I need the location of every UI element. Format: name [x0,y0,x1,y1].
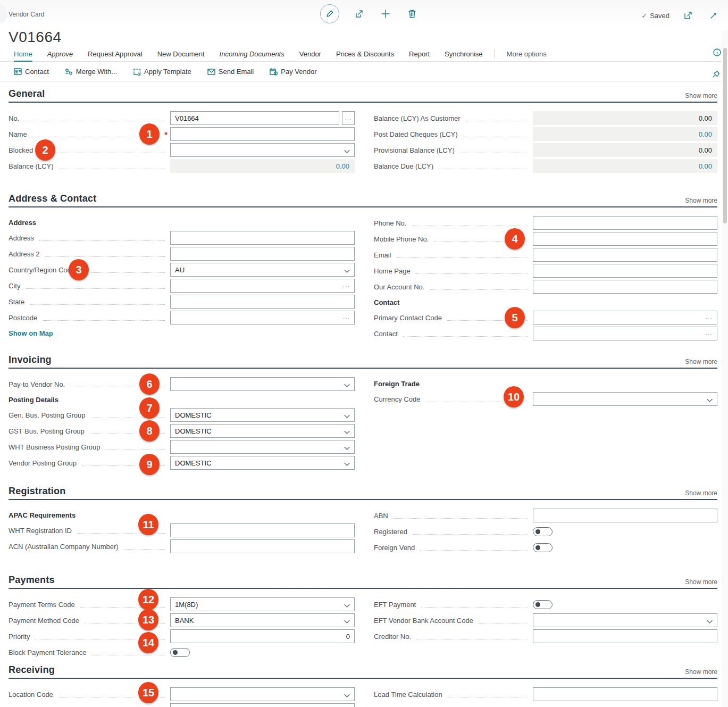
currency-code-select[interactable] [533,392,717,406]
wht-bus-posting-select[interactable] [170,440,355,454]
share-button[interactable] [352,7,366,21]
action-label: Merge With... [76,68,117,76]
post-dated-cheques-value[interactable]: 0.00 [533,127,717,141]
tab-home[interactable]: Home [14,50,32,58]
gen-bus-posting-select[interactable]: DOMESTIC [170,408,355,422]
address2-input[interactable] [170,247,355,261]
section-payments: Payments Show more 12 Payment Terms Code… [9,575,717,660]
abn-input[interactable] [533,509,717,522]
show-more-link[interactable]: Show more [685,358,717,365]
phone-input[interactable] [533,216,717,230]
group-address: Address [9,215,355,230]
back-button-partial [0,3,7,24]
section-divider [9,102,717,103]
postcode-input[interactable] [170,311,355,325]
delete-button[interactable] [405,7,419,21]
address-input[interactable] [170,231,355,245]
balance-lcy-value[interactable]: 0.00 [170,159,355,173]
acn-input[interactable] [170,539,355,553]
state-input[interactable] [170,295,355,309]
pin-button[interactable] [709,67,723,81]
our-account-input[interactable] [533,280,717,294]
foreign-vend-toggle[interactable] [533,543,553,552]
gst-bus-posting-select[interactable]: DOMESTIC [170,424,355,438]
priority-input[interactable]: 0 [170,629,355,643]
location-code-select[interactable] [170,687,355,701]
show-more-link[interactable]: Show more [685,489,717,497]
annotation-6: 6 [139,373,160,395]
postcode-assist-button[interactable]: ... [343,313,350,321]
tab-incoming-documents[interactable]: Incoming Documents [220,50,284,58]
action-pay-vendor[interactable]: Pay Vendor [270,68,316,76]
popout-icon [684,11,692,20]
action-contact[interactable]: Contact [14,68,49,76]
pay-to-vendor-select[interactable] [170,377,355,391]
vendor-posting-select[interactable]: DOMESTIC [170,456,355,470]
block-payment-tolerance-toggle[interactable] [170,648,190,657]
action-merge-with[interactable]: Merge With... [65,68,117,76]
no-assist-button[interactable]: ... [342,111,355,125]
show-on-map-link[interactable]: Show on Map [9,329,53,337]
contact-assist-button[interactable]: ... [706,329,713,337]
show-more-link[interactable]: Show more [685,92,717,99]
action-apply-template[interactable]: Apply Template [133,68,191,76]
save-status: ✓ Saved [641,12,670,20]
registered-toggle[interactable] [533,527,553,536]
no-input[interactable]: V01664 [170,111,339,125]
tab-request-approval[interactable]: Request Approval [88,50,143,58]
annotation-10: 10 [504,386,524,407]
dotted-leader [397,257,528,258]
lead-time-input[interactable] [533,687,717,701]
contact-input[interactable] [533,327,717,340]
tab-new-document[interactable]: New Document [157,50,205,58]
new-record-button[interactable] [379,7,392,21]
open-in-new-window-button[interactable] [681,9,695,22]
tab-prices-discounts[interactable]: Prices & Discounts [336,50,394,58]
show-more-link[interactable]: Show more [685,668,717,676]
mobile-input[interactable] [533,232,717,246]
name-input[interactable] [170,127,355,141]
tab-synchronise[interactable]: Synchronise [445,50,483,58]
field-label: Pay-to Vendor No. [9,380,65,388]
record-title: V01664 [9,29,728,49]
show-more-link[interactable]: Show more [685,197,717,204]
field-label: EFT Payment [374,601,416,609]
action-send-email[interactable]: Send Email [207,68,254,76]
payment-method-select[interactable]: BANK [170,613,355,627]
annotation-2: 2 [35,139,55,161]
creditor-no-input[interactable] [533,629,717,643]
city-assist-button[interactable]: ... [343,281,350,289]
field-row-balance-as-customer: Balance (LCY) As Customer 0.00 [374,110,717,126]
top-bar: Vendor Card [0,0,728,28]
shipment-method-select[interactable] [170,703,355,707]
payment-terms-select[interactable]: 1M(8D) [170,597,355,611]
balance-due-value[interactable]: 0.00 [533,159,717,173]
toggle-knob [535,529,540,534]
field-label: WHT Registration ID [9,527,72,535]
primary-contact-assist-button[interactable]: ... [706,313,713,321]
home-page-input[interactable] [533,264,717,278]
tab-more-options[interactable]: More options [507,50,547,58]
tab-vendor[interactable]: Vendor [299,50,321,58]
wht-registration-id-input[interactable] [170,523,355,537]
section-title: Registration [9,486,65,497]
tab-report[interactable]: Report [409,50,430,58]
collapse-button[interactable] [707,9,721,22]
edit-button[interactable] [320,4,339,23]
email-input[interactable] [533,248,717,262]
eft-vendor-bank-select[interactable] [533,613,717,627]
scrollbar-thumb[interactable] [723,48,727,223]
primary-contact-input[interactable] [533,311,717,325]
city-input[interactable] [170,279,355,293]
tab-approve[interactable]: Approve [47,50,73,58]
country-select[interactable]: AU [170,263,355,277]
eft-payment-toggle[interactable] [533,600,553,609]
blocked-select[interactable] [170,143,355,157]
field-row-payment-terms: 12 Payment Terms Code 1M(8D) [9,596,355,612]
field-label: Phone No. [374,219,406,227]
field-label: Balance Due (LCY) [374,162,433,170]
show-more-link[interactable]: Show more [685,578,717,586]
field-label: Primary Contact Code [374,314,442,322]
field-label: Currency Code [374,395,420,403]
section-divider [9,368,717,369]
